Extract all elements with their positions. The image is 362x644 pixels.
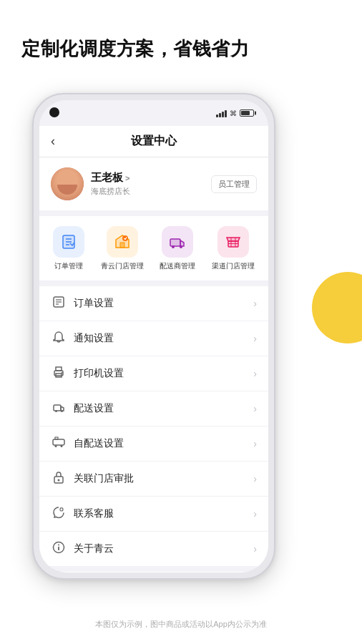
svg-point-7 [122, 235, 128, 241]
phone-screen: ⌘ ‹ 设置中心 [39, 100, 268, 572]
quick-actions: 订单管理 青云门店管理 [39, 216, 268, 280]
page-title: 定制化调度方案，省钱省力 [21, 36, 249, 62]
profile-info: 王老板 > 海底捞店长 [91, 171, 130, 197]
settings-item-notify[interactable]: 通知设置 › [39, 321, 268, 356]
delivery-mgmt-icon [162, 226, 193, 258]
profile-subtitle: 海底捞店长 [91, 186, 130, 197]
customer-service-icon [51, 506, 67, 522]
channel-store-label: 渠道门店管理 [212, 261, 255, 270]
qingyun-store-label: 青云门店管理 [101, 261, 144, 270]
self-delivery-settings-arrow: › [253, 438, 257, 449]
status-icons: ⌘ [216, 109, 254, 117]
profile-name[interactable]: 王老板 > [91, 171, 130, 185]
notify-settings-arrow: › [253, 333, 257, 344]
svg-point-31 [61, 445, 63, 447]
close-store-approval-text: 关联门店审批 [74, 472, 253, 485]
action-qingyun-store[interactable]: 青云门店管理 [101, 226, 144, 270]
close-store-approval-arrow: › [253, 473, 257, 484]
channel-store-icon [217, 226, 249, 258]
svg-point-10 [172, 245, 175, 248]
svg-point-11 [180, 245, 182, 248]
svg-rect-5 [120, 243, 124, 248]
profile-section: 王老板 > 海底捞店长 员工管理 [39, 157, 268, 210]
action-delivery-mgmt[interactable]: 配送商管理 [160, 226, 195, 270]
profile-name-chevron: > [125, 174, 129, 182]
delivery-mgmt-label: 配送商管理 [160, 261, 195, 270]
delivery-settings-arrow: › [253, 403, 257, 414]
settings-item-printer[interactable]: 打印机设置 › [39, 356, 268, 391]
status-bar: ⌘ [39, 100, 268, 126]
svg-rect-22 [56, 367, 62, 371]
svg-rect-8 [170, 239, 180, 246]
about-icon [51, 541, 67, 557]
action-order-mgmt[interactable]: 订单管理 [53, 226, 84, 270]
phone-device: ⌘ ‹ 设置中心 [32, 93, 275, 580]
profile-left: 王老板 > 海底捞店长 [51, 167, 130, 200]
svg-rect-29 [55, 437, 58, 439]
signal-icon [216, 109, 227, 117]
customer-service-text: 联系客服 [74, 507, 253, 520]
svg-point-30 [55, 445, 57, 447]
footer-note: 本图仅为示例，图中商品或活动以App内公示为准 [0, 619, 362, 630]
profile-name-text: 王老板 [91, 171, 123, 185]
order-settings-arrow: › [253, 298, 257, 309]
order-mgmt-label: 订单管理 [54, 261, 83, 270]
settings-item-customer-service[interactable]: 联系客服 › [39, 497, 268, 532]
wifi-icon: ⌘ [230, 109, 237, 117]
printer-settings-arrow: › [253, 368, 257, 379]
printer-settings-icon [51, 366, 67, 381]
battery-icon [240, 109, 254, 117]
settings-item-order[interactable]: 订单设置 › [39, 286, 268, 321]
self-delivery-settings-icon [51, 436, 67, 452]
logout-section: 退出登录 [39, 572, 268, 572]
order-settings-text: 订单设置 [74, 297, 253, 310]
settings-item-about[interactable]: 关于青云 › [39, 532, 268, 566]
nav-title: 设置中心 [72, 134, 235, 149]
battery-fill [241, 111, 250, 115]
camera-hole [49, 107, 59, 117]
svg-point-24 [62, 372, 63, 374]
svg-point-36 [58, 545, 59, 546]
action-channel-store[interactable]: 渠道门店管理 [212, 226, 255, 270]
settings-item-delivery[interactable]: 配送设置 › [39, 391, 268, 426]
qingyun-store-icon [107, 226, 138, 258]
settings-item-close-store[interactable]: 关联门店审批 › [39, 462, 268, 497]
order-mgmt-icon [53, 226, 84, 258]
svg-point-26 [55, 410, 57, 412]
close-store-approval-icon [51, 471, 67, 487]
customer-service-arrow: › [253, 508, 257, 519]
avatar[interactable] [51, 167, 84, 200]
printer-settings-text: 打印机设置 [74, 367, 253, 380]
staff-management-button[interactable]: 员工管理 [211, 175, 257, 193]
settings-item-self-delivery[interactable]: 自配送设置 › [39, 426, 268, 462]
settings-list: 订单设置 › 通知设置 › 打印机设置 › [39, 286, 268, 566]
order-settings-icon [51, 296, 67, 311]
app-content: ‹ 设置中心 王老板 > 海底捞店长 [39, 126, 268, 572]
avatar-face [51, 167, 84, 200]
self-delivery-settings-text: 自配送设置 [74, 437, 253, 450]
svg-rect-28 [53, 439, 64, 445]
svg-point-33 [58, 479, 60, 482]
notify-settings-text: 通知设置 [74, 332, 253, 345]
back-button[interactable]: ‹ [51, 134, 72, 149]
about-arrow: › [253, 543, 257, 555]
svg-point-27 [61, 410, 63, 412]
delivery-settings-icon [51, 401, 67, 416]
notify-settings-icon [51, 331, 67, 346]
about-text: 关于青云 [74, 542, 253, 555]
delivery-settings-text: 配送设置 [74, 402, 253, 415]
nav-bar: ‹ 设置中心 [39, 126, 268, 157]
svg-rect-25 [54, 405, 61, 411]
